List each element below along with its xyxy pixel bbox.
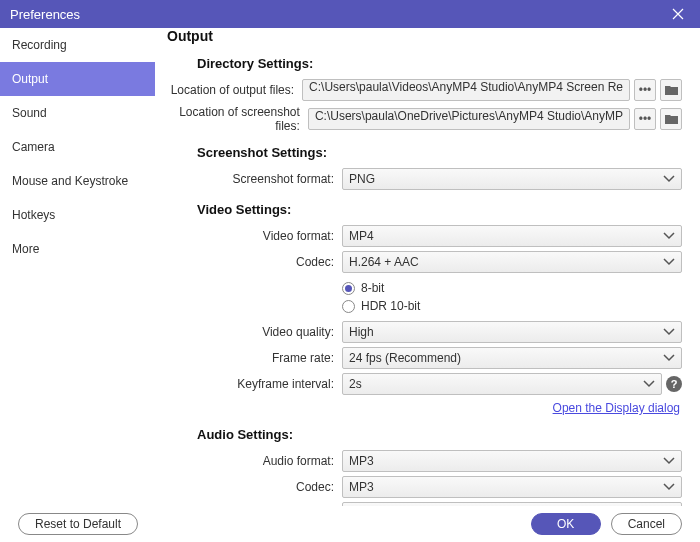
chevron-down-icon: [663, 172, 675, 186]
select-value: MP3: [349, 454, 374, 468]
label-keyframe-interval: Keyframe interval:: [167, 377, 342, 391]
sidebar-item-camera[interactable]: Camera: [0, 130, 155, 164]
chevron-down-icon: [663, 454, 675, 468]
input-output-location[interactable]: C:\Users\paula\Videos\AnyMP4 Studio\AnyM…: [302, 79, 630, 101]
row-audio-format: Audio format: MP3: [167, 450, 682, 472]
section-title-audio: Audio Settings:: [197, 427, 682, 442]
row-video-codec: Codec: H.264 + AAC: [167, 251, 682, 273]
folder-icon: [665, 85, 678, 96]
row-bit-depth: 8-bit HDR 10-bit: [167, 277, 682, 317]
select-frame-rate[interactable]: 24 fps (Recommend): [342, 347, 682, 369]
select-value: MP3: [349, 480, 374, 494]
select-keyframe-interval[interactable]: 2s: [342, 373, 662, 395]
sidebar: Recording Output Sound Camera Mouse and …: [0, 28, 155, 506]
select-audio-format[interactable]: MP3: [342, 450, 682, 472]
sidebar-item-recording[interactable]: Recording: [0, 28, 155, 62]
footer-right: OK Cancel: [531, 513, 682, 535]
label-audio-codec: Codec:: [167, 480, 342, 494]
row-keyframe-interval: Keyframe interval: 2s ?: [167, 373, 682, 395]
select-video-format[interactable]: MP4: [342, 225, 682, 247]
select-value: PNG: [349, 172, 375, 186]
select-audio-quality[interactable]: Lossless: [342, 502, 682, 506]
ellipsis-icon: •••: [639, 112, 652, 126]
reset-to-default-button[interactable]: Reset to Default: [18, 513, 138, 535]
sidebar-item-mouse-keystroke[interactable]: Mouse and Keystroke: [0, 164, 155, 198]
folder-icon: [665, 114, 678, 125]
select-audio-codec[interactable]: MP3: [342, 476, 682, 498]
sidebar-item-output[interactable]: Output: [0, 62, 155, 96]
chevron-down-icon: [663, 480, 675, 494]
row-screenshot-format: Screenshot format: PNG: [167, 168, 682, 190]
section-title-video: Video Settings:: [197, 202, 682, 217]
input-screenshot-location[interactable]: C:\Users\paula\OneDrive\Pictures\AnyMP4 …: [308, 108, 630, 130]
content-pane: Output Directory Settings: Location of o…: [155, 28, 700, 506]
label-video-codec: Codec:: [167, 255, 342, 269]
row-video-format: Video format: MP4: [167, 225, 682, 247]
label-output-location: Location of output files:: [167, 83, 302, 97]
select-value: MP4: [349, 229, 374, 243]
section-title-directory: Directory Settings:: [197, 56, 682, 71]
chevron-down-icon: [663, 229, 675, 243]
label-screenshot-location: Location of screenshot files:: [167, 105, 308, 133]
body: Recording Output Sound Camera Mouse and …: [0, 28, 700, 506]
titlebar: Preferences: [0, 0, 700, 28]
row-video-quality: Video quality: High: [167, 321, 682, 343]
label-screenshot-format: Screenshot format:: [167, 172, 342, 186]
footer: Reset to Default OK Cancel: [0, 506, 700, 542]
row-screenshot-location: Location of screenshot files: C:\Users\p…: [167, 105, 682, 133]
radio-icon: [342, 300, 355, 313]
browse-screenshot-button[interactable]: •••: [634, 108, 656, 130]
label-audio-format: Audio format:: [167, 454, 342, 468]
section-title-screenshot: Screenshot Settings:: [197, 145, 682, 160]
label-video-format: Video format:: [167, 229, 342, 243]
chevron-down-icon: [643, 377, 655, 391]
row-audio-quality: Audio quality: Lossless: [167, 502, 682, 506]
help-keyframe-button[interactable]: ?: [666, 376, 682, 392]
label-video-quality: Video quality:: [167, 325, 342, 339]
chevron-down-icon: [663, 351, 675, 365]
cancel-button[interactable]: Cancel: [611, 513, 682, 535]
select-screenshot-format[interactable]: PNG: [342, 168, 682, 190]
ok-button[interactable]: OK: [531, 513, 601, 535]
open-display-dialog-link[interactable]: Open the Display dialog: [553, 401, 680, 415]
select-video-codec[interactable]: H.264 + AAC: [342, 251, 682, 273]
label-frame-rate: Frame rate:: [167, 351, 342, 365]
radio-hdr-10bit[interactable]: HDR 10-bit: [342, 299, 420, 313]
select-value: H.264 + AAC: [349, 255, 419, 269]
sidebar-item-more[interactable]: More: [0, 232, 155, 266]
radio-8bit[interactable]: 8-bit: [342, 281, 420, 295]
close-icon: [672, 8, 684, 20]
row-frame-rate: Frame rate: 24 fps (Recommend): [167, 347, 682, 369]
select-video-quality[interactable]: High: [342, 321, 682, 343]
chevron-down-icon: [663, 255, 675, 269]
radio-group-bit-depth: 8-bit HDR 10-bit: [342, 277, 420, 317]
page-title: Output: [167, 28, 682, 44]
open-screenshot-folder-button[interactable]: [660, 108, 682, 130]
display-link-row: Open the Display dialog: [167, 401, 682, 415]
window-title: Preferences: [10, 7, 80, 22]
browse-output-button[interactable]: •••: [634, 79, 656, 101]
sidebar-item-sound[interactable]: Sound: [0, 96, 155, 130]
select-value: 24 fps (Recommend): [349, 351, 461, 365]
row-audio-codec: Codec: MP3: [167, 476, 682, 498]
close-button[interactable]: [666, 6, 690, 22]
ellipsis-icon: •••: [639, 83, 652, 97]
radio-label: HDR 10-bit: [361, 299, 420, 313]
select-value: High: [349, 325, 374, 339]
sidebar-item-hotkeys[interactable]: Hotkeys: [0, 198, 155, 232]
radio-label: 8-bit: [361, 281, 384, 295]
row-output-location: Location of output files: C:\Users\paula…: [167, 79, 682, 101]
radio-icon: [342, 282, 355, 295]
open-output-folder-button[interactable]: [660, 79, 682, 101]
select-value: 2s: [349, 377, 362, 391]
chevron-down-icon: [663, 325, 675, 339]
